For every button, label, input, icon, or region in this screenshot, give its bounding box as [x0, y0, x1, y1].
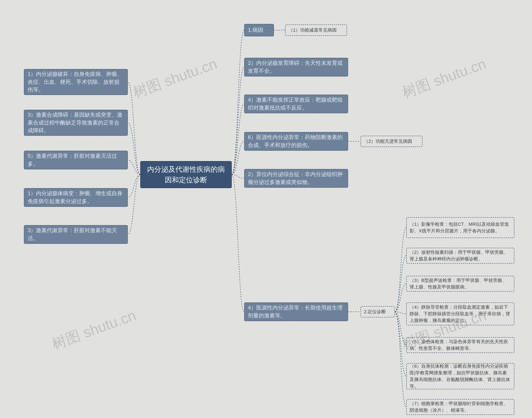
watermark: 树图 shutu.cn — [399, 54, 489, 103]
right-node-4a-text: （2）功能亢进常见病因 — [364, 138, 412, 145]
mindmap-canvas: 树图 shutu.cn 树图 shutu.cn 树图 shutu.cn 树图 s… — [0, 0, 532, 418]
left-node-4-text: 1）内分泌腺体病变：肿瘤、增生或自身免疫病引起激素分泌过多。 — [28, 190, 124, 205]
diag-node-3[interactable]: （3）B型超声波检查：用于甲状腺、甲状旁腺、肾上腺、性腺及甲状腺眼病。 — [406, 276, 514, 292]
left-node-2-text: 3）激素合成障碍：基因缺失或突变、激素合成过程中酶缺乏导致激素的正常合成障碍。 — [28, 111, 124, 135]
center-text: 内分泌及代谢性疾病的病因和定位诊断 — [145, 164, 227, 185]
left-node-1[interactable]: 1）内分泌腺破坏：自身免疫病、肿瘤、炎症、出血、梗死、手术切除、放射损伤等。 — [24, 69, 128, 95]
left-node-1-text: 1）内分泌腺破坏：自身免疫病、肿瘤、炎症、出血、梗死、手术切除、放射损伤等。 — [28, 70, 124, 94]
left-node-3[interactable]: 5）激素代谢异常：肝脏对激素灭活过多。 — [24, 151, 128, 169]
right-node-2[interactable]: 2）内分泌腺发育障碍：先天性未发育或发育不全。 — [244, 58, 348, 77]
right-node-5[interactable]: 2）异位内分泌综合征：非内分泌组织肿瘤分泌过多激素或类似物。 — [244, 169, 348, 188]
diag-node-4[interactable]: （4）静脉导管检查：分段取血测定激素，如岩下静脉、下腔静脉插管分段取血等，用于库… — [406, 302, 514, 325]
right-node-4-text: 6）医源性内分泌异常：药物阻断激素的合成、手术和放疗的损伤。 — [248, 133, 344, 149]
right-node-6a-text: 2.定位诊断 — [364, 308, 386, 315]
left-node-4[interactable]: 1）内分泌腺体病变：肿瘤、增生或自身免疫病引起激素分泌过多。 — [24, 188, 128, 207]
diag-node-2-text: （2）放射性核素扫描：用于甲状腺、甲状旁腺、肾上腺及各种神经内分泌肿瘤诊断。 — [410, 249, 511, 262]
center-node[interactable]: 内分泌及代谢性疾病的病因和定位诊断 — [140, 161, 232, 188]
right-node-6-text: 4）医源性内分泌异常：长期使用超生理剂量的激素等。 — [248, 304, 344, 319]
diag-node-6[interactable]: （6）自身抗体检测：诊断自身免疫性内分泌疾病医|学教育网搜集整理，如抗甲状腺抗体… — [406, 363, 514, 389]
right-node-6[interactable]: 4）医源性内分泌异常：长期使用超生理剂量的激素等。 — [244, 302, 348, 321]
diag-node-1[interactable]: （1）影像学检查：包括CT、MRI以及动脉血管造影、X线平片和分层摄片，用于各内… — [406, 217, 514, 238]
right-node-4a[interactable]: （2）功能亢进常见病因 — [360, 136, 422, 147]
diag-node-5[interactable]: （5）染色体检查：与染色体异常有关的先天性疾病、性发育不全、躯体畸形等。 — [406, 337, 514, 353]
right-node-4[interactable]: 6）医源性内分泌异常：药物阻断激素的合成、手术和放疗的损伤。 — [244, 132, 348, 151]
right-node-6a[interactable]: 2.定位诊断 — [360, 306, 395, 317]
left-node-3-text: 5）激素代谢异常：肝脏对激素灭活过多。 — [28, 152, 124, 168]
diag-node-3-text: （3）B型超声波检查：用于甲状腺、甲状旁腺、肾上腺、性腺及甲状腺眼病。 — [410, 277, 511, 290]
right-node-1a[interactable]: （1）功能减退常见病因 — [285, 24, 347, 36]
diag-node-7[interactable]: （7）细胞掌检查：甲状腺细针穿刺细胞学检查、阴道细胞（涂片）、精液等。 — [406, 399, 514, 415]
right-node-1[interactable]: 1.病因 — [244, 24, 274, 36]
diag-node-1-text: （1）影像学检查：包括CT、MRI以及动脉血管造影、X线平片和分层摄片，用于各内… — [410, 221, 511, 234]
diag-node-6-text: （6）自身抗体检测：诊断自身免疫性内分泌疾病医|学教育网搜集整理，如抗甲状腺抗体… — [410, 363, 511, 390]
right-node-3-text: 4）激素不能发挥正常效应：靶腺或靶组织对激素抵抗或不反应。 — [248, 96, 344, 112]
left-node-5-text: 3）激素代谢异常：肝脏对激素不能灭活。 — [28, 227, 124, 242]
watermark: 树图 shutu.cn — [49, 306, 139, 354]
diag-node-4-text: （4）静脉导管检查：分段取血测定激素，如岩下静脉、下腔静脉插管分段取血等，用于库… — [410, 304, 511, 324]
left-node-5[interactable]: 3）激素代谢异常：肝脏对激素不能灭活。 — [24, 225, 128, 244]
watermark: 树图 shutu.cn — [130, 54, 220, 103]
diag-node-5-text: （5）染色体检查：与染色体异常有关的先天性疾病、性发育不全、躯体畸形等。 — [410, 338, 511, 352]
diag-node-7-text: （7）细胞掌检查：甲状腺细针穿刺细胞学检查、阴道细胞（涂片）、精液等。 — [410, 400, 511, 414]
right-node-1a-text: （1）功能减退常见病因 — [289, 27, 337, 34]
right-node-1-text: 1.病因 — [248, 26, 263, 34]
left-node-2[interactable]: 3）激素合成障碍：基因缺失或突变、激素合成过程中酶缺乏导致激素的正常合成障碍。 — [24, 110, 128, 136]
diag-node-2[interactable]: （2）放射性核素扫描：用于甲状腺、甲状旁腺、肾上腺及各种神经内分泌肿瘤诊断。 — [406, 248, 514, 264]
right-node-5-text: 2）异位内分泌综合征：非内分泌组织肿瘤分泌过多激素或类似物。 — [248, 170, 344, 186]
right-node-2-text: 2）内分泌腺发育障碍：先天性未发育或发育不全。 — [248, 59, 344, 75]
right-node-3[interactable]: 4）激素不能发挥正常效应：靶腺或靶组织对激素抵抗或不反应。 — [244, 94, 348, 113]
